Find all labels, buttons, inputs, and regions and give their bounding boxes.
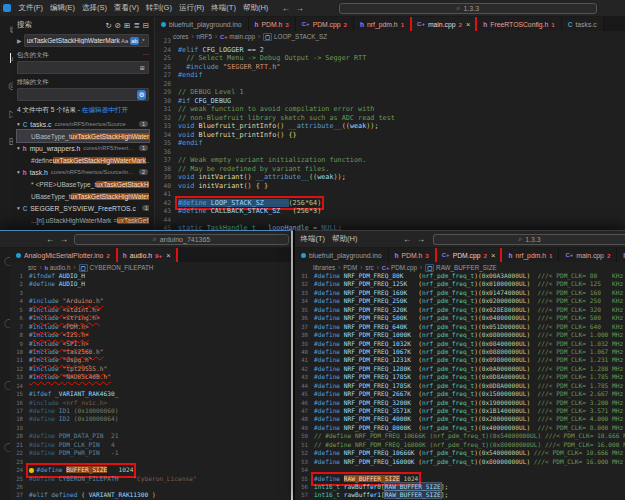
code-line[interactable]: 3 bbox=[10, 289, 293, 297]
code-line[interactable]: 5#include <stdint.h> bbox=[10, 306, 293, 314]
more-actions-icon[interactable]: ··· bbox=[143, 51, 149, 60]
open-in-editor-link[interactable]: 在编辑器中打开 bbox=[82, 106, 128, 113]
close-icon[interactable]: × bbox=[466, 20, 470, 29]
code-line[interactable]: 42#define LOOP_STACK_SZ······(256*64) bbox=[155, 199, 625, 208]
code-line[interactable]: 57int16_t rawBuffer1[RAW_BUFFER_SIZE]; bbox=[295, 491, 625, 499]
breadcrumb-item[interactable]: ▢ RAW_BUFFER_SIZE bbox=[425, 264, 497, 271]
menu-item[interactable]: 编辑(E) bbox=[47, 3, 79, 13]
code-line[interactable]: 26 bbox=[10, 483, 293, 491]
code-line[interactable]: 47#define NRF_PDM_FREQ_3571K (nrf_pdm_fr… bbox=[295, 407, 625, 415]
code-line[interactable]: 27#endif bbox=[155, 71, 625, 80]
whole-word-icon[interactable]: ab bbox=[130, 37, 139, 45]
chevron-down-icon[interactable]: ▾ bbox=[17, 121, 20, 127]
code-line[interactable]: 40#define NRF_PDM_FREQ_1067K (nrf_pdm_fr… bbox=[295, 348, 625, 356]
view-as-tree-icon[interactable]: ≣ bbox=[133, 21, 139, 30]
code-line[interactable]: 17#define ID1 (0x10000060) bbox=[10, 407, 293, 415]
tab-main.cpp[interactable]: C+main.cpp2 bbox=[559, 248, 617, 262]
code-line[interactable]: 43#define CALLBACK_STACK_SZ (256*3) bbox=[155, 207, 625, 216]
code-line[interactable]: 8#include <I2S.h> bbox=[10, 331, 293, 339]
back-icon[interactable]: ← bbox=[46, 234, 55, 244]
toggle-replace-icon[interactable]: ▶ bbox=[17, 37, 22, 44]
code-line[interactable]: 45#define NRF_PDM_FREQ_2667K (nrf_pdm_fr… bbox=[295, 390, 625, 398]
menu-item[interactable]: 文件(F) bbox=[15, 3, 47, 13]
lightbulb-icon[interactable] bbox=[29, 468, 34, 473]
open-editors-filter-icon[interactable]: ⊞ bbox=[138, 64, 146, 72]
breadcrumb-item[interactable]: src bbox=[28, 264, 36, 271]
new-search-editor-icon[interactable]: ⊞ bbox=[124, 21, 130, 30]
code-line[interactable]: 4#include "Arduino.h" bbox=[10, 297, 293, 305]
code-line[interactable]: 38#define NRF_PDM_FREQ_1000K (nrf_pdm_fr… bbox=[295, 331, 625, 339]
menu-item[interactable]: 转到(G) bbox=[143, 3, 176, 13]
code-line[interactable]: 42#define NRF_PDM_FREQ_1280K (nrf_pdm_fr… bbox=[295, 365, 625, 373]
menu-item[interactable]: 帮助(H) bbox=[329, 234, 361, 244]
search-result-match[interactable]: UBaseType_t uxTaskGetStackHighWaterM...× bbox=[17, 130, 149, 142]
code-line[interactable]: 43#define NRF_PDM_FREQ_1785K (nrf_pdm_fr… bbox=[295, 373, 625, 381]
files-exclude-input[interactable]: ⚙ bbox=[17, 88, 149, 101]
extensions-icon[interactable]: ⊞ bbox=[9, 137, 13, 147]
search-result-file[interactable]: ▾htask.hcores/nRF5/freertos/Source/inclu… bbox=[17, 166, 149, 178]
code-line[interactable]: 34void Bluefruit_printInfo() {} bbox=[155, 131, 625, 140]
activity-icon[interactable]: ◯ bbox=[4, 442, 10, 452]
search-result-match[interactable]: #define uxTaskGetStackHighWaterMark ... bbox=[17, 154, 149, 166]
code-line[interactable]: 23 bbox=[155, 37, 625, 46]
search-result-file[interactable]: ▾CSEGGER_SYSVIEW_FreeRTOS.ccores/nRF...1 bbox=[17, 202, 149, 214]
code-line[interactable]: 2#define AUDIO_H bbox=[10, 280, 293, 288]
tab-bluefruit_playground.ino[interactable]: bluefruit_playground.ino bbox=[155, 17, 249, 31]
code-line[interactable]: 54 bbox=[295, 466, 625, 474]
code-line[interactable]: 37#define NRF_PDM_FREQ_640K (nrf_pdm_fre… bbox=[295, 323, 625, 331]
search-icon[interactable]: ⌕ bbox=[10, 53, 13, 63]
code-line[interactable]: 19 bbox=[10, 424, 293, 432]
forward-icon[interactable]: → bbox=[295, 3, 304, 13]
regex-icon[interactable]: .* bbox=[139, 37, 146, 45]
files-include-input[interactable]: ⊞ bbox=[17, 61, 149, 74]
menu-item[interactable]: 终端(T) bbox=[297, 234, 329, 244]
code-line[interactable]: 46#define NRF_PDM_FREQ_3200K (nrf_pdm_fr… bbox=[295, 399, 625, 407]
run-debug-icon[interactable]: ▷ bbox=[9, 109, 13, 119]
breadcrumb-item[interactable]: C+ PDM.cpp bbox=[382, 264, 417, 271]
forward-icon[interactable]: → bbox=[60, 234, 69, 244]
chevron-down-icon[interactable]: ▾ bbox=[17, 205, 20, 211]
code-line[interactable]: 50// #define NRF_PDM_FREQ_10666K (nrf_pd… bbox=[295, 432, 625, 440]
tab-FreeRT[interactable]: hFreeRT bbox=[617, 248, 625, 262]
code-line[interactable]: 1#ifndef AUDIO_H bbox=[10, 272, 293, 280]
code-line[interactable]: 9#include <SPI.h> bbox=[10, 340, 293, 348]
tab-PDM.cpp[interactable]: C+PDM.cpp2× bbox=[436, 248, 503, 262]
code-line[interactable]: 14 bbox=[10, 382, 293, 390]
code-line[interactable]: 35#endif bbox=[155, 139, 625, 148]
tab-PDM.h[interactable]: hPDM.h3 bbox=[249, 17, 296, 31]
code-line[interactable]: 32// non-Bluefruit library sketch such a… bbox=[155, 114, 625, 123]
code-line[interactable]: 39#define NRF_PDM_FREQ_1032K (nrf_pdm_fr… bbox=[295, 340, 625, 348]
breadcrumb-item[interactable]: h audio.h bbox=[45, 264, 71, 271]
tab-PDM.h[interactable]: hPDM.h3 bbox=[389, 248, 436, 262]
code-line[interactable]: 39void initVariant() __attribute__((weak… bbox=[155, 173, 625, 182]
command-center-search[interactable]: ⌕1.3.3 bbox=[339, 3, 597, 14]
clear-results-icon[interactable]: ⊘ bbox=[115, 21, 121, 30]
code-line[interactable]: 18#define ID2 (0x10000064) bbox=[10, 415, 293, 423]
code-line[interactable]: 24#define BUFFER_SIZE 1024 bbox=[10, 466, 293, 474]
code-line[interactable]: 20#define PDM_DATA_PIN 21 bbox=[10, 432, 293, 440]
back-icon[interactable]: ← bbox=[282, 3, 291, 13]
code-line[interactable]: 44#define NRF_PDM_FREQ_1785K (nrf_pdm_fr… bbox=[295, 382, 625, 390]
tab-nrf_pdm.h[interactable]: hnrf_pdm.h1 bbox=[502, 248, 559, 262]
close-icon[interactable]: × bbox=[166, 251, 170, 260]
code-line[interactable]: 38// May be redefined by variant files. bbox=[155, 165, 625, 174]
search-result-match[interactable]: UBaseType_t uxTaskGetStackHighWaterMark(… bbox=[17, 190, 149, 202]
tab-PDM.cpp[interactable]: C+PDM.cpp2 bbox=[296, 17, 354, 31]
code-line[interactable]: 23 bbox=[10, 458, 293, 466]
refresh-icon[interactable]: ↻ bbox=[106, 21, 112, 30]
code-line[interactable]: 28 bbox=[155, 80, 625, 89]
code-line[interactable]: 35#define NRF_PDM_FREQ_320K (nrf_pdm_fre… bbox=[295, 306, 625, 314]
menu-item[interactable]: 运行(R) bbox=[175, 3, 207, 13]
code-line[interactable]: 36#define NRF_PDM_FREQ_500K (nrf_pdm_fre… bbox=[295, 314, 625, 322]
code-line[interactable]: 10#include "tas2560.h" bbox=[10, 348, 293, 356]
menu-item[interactable]: 终端(T) bbox=[208, 3, 240, 13]
explorer-icon[interactable]: ⧉ bbox=[10, 25, 13, 35]
code-line[interactable]: 51// #define NRF_PDM_FREQ_16000K (nrf_pd… bbox=[295, 441, 625, 449]
tab-FreeRTOSConfig.h[interactable]: hFreeRTOSConfig.h1 bbox=[477, 17, 561, 31]
exclude-settings-icon[interactable]: ⚙ bbox=[137, 90, 146, 100]
code-line[interactable]: 6#include <string.h> bbox=[10, 314, 293, 322]
breadcrumb-item[interactable]: src bbox=[365, 264, 373, 271]
code-line[interactable]: 41#define NRF_PDM_FREQ_1231K (nrf_pdm_fr… bbox=[295, 356, 625, 364]
code-line[interactable]: 30#if CFG_DEBUG bbox=[155, 97, 625, 106]
tab-nrf_pdm.h[interactable]: hnrf_pdm.h1 bbox=[354, 17, 411, 31]
